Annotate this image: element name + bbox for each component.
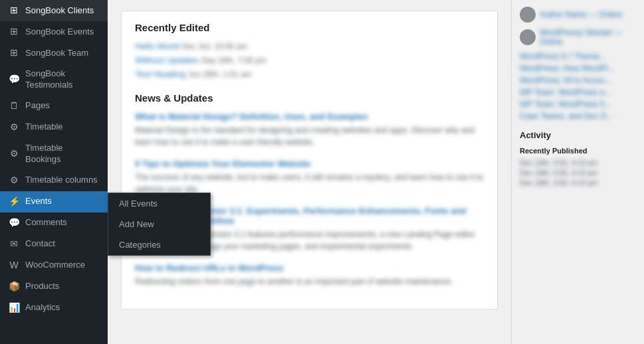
sidebar-label-contact: Contact [25,238,55,250]
news-item-title[interactable]: What is Material Design? Definition, Use… [135,112,484,122]
edited-link[interactable]: Test Heading [135,69,185,79]
sidebar-label-songbook-testimonials: SongBook Testimonials [25,68,100,91]
events-submenu: All EventsAdd NewCategories [108,193,211,256]
songbook-testimonials-icon: 💬 [8,74,20,86]
sidebar-item-songbook-team[interactable]: ⊞SongBook Team [0,43,108,64]
analytics-icon: 📊 [8,302,20,314]
right-link[interactable]: WordPress: How WordPr... [520,64,636,73]
pub-item: Dec 18th, 5:00, 4:10 pm [520,169,636,177]
submenu-item-categories[interactable]: Categories [108,234,210,255]
timetable-columns-icon: ⚙ [8,175,20,187]
right-link[interactable]: WP Team: WordPress 5... [520,100,636,109]
edited-meta: Sep 18th, 7:06 pm [201,56,267,65]
sidebar-label-timetable: Timetable [25,122,63,133]
right-user-text: Author Name — Online [540,10,622,19]
timetable-bookings-icon: ⚙ [8,148,20,160]
recently-edited-card: Recently Edited Hello World Dec 3rd, 10:… [121,11,498,309]
right-top: Author Name — OnlineWordPressy Stewart —… [520,7,636,121]
avatar [520,7,536,23]
right-link[interactable]: Case Teams, and Dev O... [520,112,636,121]
submenu-item-all-events[interactable]: All Events [108,193,210,214]
sidebar-item-songbook-clients[interactable]: ⊞SongBook Clients [0,0,108,21]
edited-meta: Jun 28th, 1:01 am [188,70,252,79]
sidebar-item-timetable[interactable]: ⚙Timetable [0,117,108,138]
sidebar-label-products: Products [25,281,59,292]
edited-meta: Dec 3rd, 10:00 am [182,42,248,51]
recently-pub-label: Recently Published [520,147,636,155]
news-item-desc: The success of any website, but to make … [135,171,484,195]
sidebar-label-songbook-events: SongBook Events [25,27,94,38]
news-item-title[interactable]: How to Redirect URLs in WordPress [135,263,484,273]
center-panel: Recently Edited Hello World Dec 3rd, 10:… [108,0,511,344]
right-link[interactable]: WordPress: All to Accou... [520,76,636,85]
pages-icon: 🗒 [8,100,20,112]
sidebar-label-timetable-bookings: Timetable Bookings [25,143,100,165]
recently-edited-section: Recently Edited Hello World Dec 3rd, 10:… [135,22,484,79]
right-user-item: WordPressy Stewart — Online [520,28,636,46]
sidebar-label-songbook-team: SongBook Team [25,48,88,59]
products-icon: 📦 [8,281,20,293]
sidebar-item-events[interactable]: ⚡Events [0,191,108,213]
news-item-title[interactable]: 5 Tips to Optimize Your Elementor Websit… [135,159,484,169]
sidebar-item-songbook-events[interactable]: ⊞SongBook Events [0,21,108,43]
news-item: 5 Tips to Optimize Your Elementor Websit… [135,159,484,195]
sidebar-item-products[interactable]: 📦Products [0,276,108,298]
right-user-item: Author Name — Online [520,7,636,23]
pub-item: Dec 18th, 5:02, 4:10 pm [520,159,636,167]
news-section: News & Updates What is Material Design? … [135,92,484,288]
edited-item: Test Heading Jun 28th, 1:01 am [135,69,484,79]
sidebar-item-timetable-bookings[interactable]: ⚙Timetable Bookings [0,138,108,170]
songbook-team-icon: ⊞ [8,47,20,59]
sidebar-item-contact[interactable]: ✉Contact [0,234,108,255]
pub-item: Dec 18th, 4:00, 4:10 pm [520,179,636,187]
sidebar-item-comments[interactable]: 💬Comments [0,213,108,234]
comments-icon: 💬 [8,217,20,229]
sidebar-item-pages[interactable]: 🗒Pages [0,96,108,117]
edited-link[interactable]: Without Updates [135,55,199,65]
woocommerce-icon: W [8,260,20,272]
edited-link[interactable]: Hello World [135,41,179,51]
songbook-events-icon: ⊞ [8,26,20,38]
sidebar: ⊞SongBook Clients⊞SongBook Events⊞SongBo… [0,0,108,344]
avatar [520,29,536,45]
sidebar-label-pages: Pages [25,100,50,112]
sidebar-label-songbook-clients: SongBook Clients [25,5,94,17]
sidebar-item-woocommerce[interactable]: WWooCommerce [0,255,108,276]
contact-icon: ✉ [8,238,20,250]
edited-items-list: Hello World Dec 3rd, 10:00 amWithout Upd… [135,41,484,79]
sidebar-item-songbook-testimonials[interactable]: 💬SongBook Testimonials [0,64,108,96]
sidebar-label-timetable-columns: Timetable columns [25,175,98,186]
sidebar-label-events: Events [25,196,52,207]
right-link[interactable]: WordPress 5.7 Theme... [520,52,636,61]
submenu-item-add-new[interactable]: Add New [108,214,210,234]
pub-items-list: Dec 18th, 5:02, 4:10 pmDec 18th, 5:00, 4… [520,159,636,187]
main-content: Recently Edited Hello World Dec 3rd, 10:… [108,0,644,344]
timetable-icon: ⚙ [8,122,20,133]
right-link[interactable]: WP Team: WordPress a... [520,88,636,97]
news-item-desc: Material Design is the standard for desi… [135,124,484,148]
news-item: What is Material Design? Definition, Use… [135,112,484,148]
sidebar-label-comments: Comments [25,217,67,228]
news-item: How to Redirect URLs in WordPressRedirec… [135,263,484,288]
recently-edited-title: Recently Edited [135,22,484,33]
activity-section: Activity Recently Published Dec 18th, 5:… [520,130,636,187]
edited-item: Without Updates Sep 18th, 7:06 pm [135,55,484,65]
sidebar-label-woocommerce: WooCommerce [25,260,85,271]
sidebar-item-timetable-columns[interactable]: ⚙Timetable columns [0,170,108,191]
right-user-text: WordPressy Stewart — Online [540,28,636,46]
news-title: News & Updates [135,92,484,104]
events-icon: ⚡ [8,196,20,208]
activity-title: Activity [520,130,636,140]
sidebar-item-analytics[interactable]: 📊Analytics [0,298,108,319]
right-panel: Author Name — OnlineWordPressy Stewart —… [511,0,644,344]
edited-item: Hello World Dec 3rd, 10:00 am [135,41,484,51]
news-item-desc: Redirecting visitors from one page to an… [135,276,484,288]
songbook-clients-icon: ⊞ [8,5,20,17]
sidebar-label-analytics: Analytics [25,302,60,313]
